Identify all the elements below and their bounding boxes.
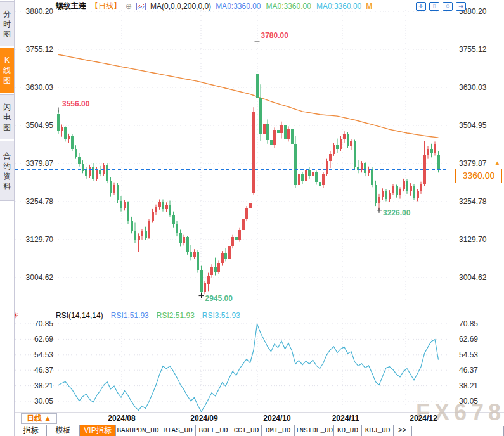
main-y-label-right: 3254.78 — [459, 197, 486, 206]
main-y-label-left: 3379.87 — [15, 159, 53, 168]
main-y-label-right: 3504.95 — [459, 121, 486, 130]
x-axis-label-2024/12: 2024/12 — [402, 414, 445, 423]
sidebar-tab-4[interactable]: 合约资料 — [0, 141, 14, 201]
rsi-y-label-left: 70.85 — [15, 319, 53, 328]
sidebar-tab-2[interactable]: K线图 — [0, 48, 14, 93]
symbol-name: 螺纹主连 — [56, 1, 86, 11]
pan-tool-icon[interactable]: ✛ — [416, 2, 426, 11]
main-y-label-left: 3254.78 — [15, 197, 53, 206]
main-y-label-right: 3755.12 — [459, 45, 486, 54]
ma-indicator-icon — [136, 3, 146, 10]
rsi-y-label-right: 38.21 — [459, 382, 478, 390]
rsi-y-label-right: 30.05 — [459, 397, 478, 406]
sidebar-tab-3[interactable]: 闪电图 — [0, 94, 14, 139]
main-y-label-right: 3129.70 — [459, 235, 486, 244]
price-annotation-2945.00: 2945.00 — [205, 294, 233, 303]
rsi-value-2: RSI2:51.93 — [157, 311, 195, 320]
x-axis-label-2024/11: 2024/11 — [324, 414, 367, 423]
rsi-chart[interactable] — [15, 311, 504, 412]
rsi-y-label-right: 62.69 — [459, 335, 478, 343]
rsi-value-3: RSI3:51.93 — [202, 311, 240, 320]
price-annotation-3226.00: 3226.00 — [383, 208, 410, 217]
sidebar-tab-1[interactable]: 分时图 — [0, 1, 14, 46]
indicator-tab-BARUPDN_UD[interactable]: BARUPDN_UD — [116, 425, 160, 436]
main-y-label-left: 3755.12 — [15, 45, 53, 54]
indicator-tab->>[interactable]: >> — [394, 425, 411, 436]
rsi-header: RSI(14,14,14) RSI1:51.93RSI2:51.93RSI3:5… — [56, 311, 240, 320]
rsi-y-label-left: 54.53 — [15, 350, 53, 359]
rsi-y-label-right: 70.85 — [459, 319, 478, 328]
indicator-tab-BOLL_UD[interactable]: BOLL_UD — [196, 425, 231, 436]
tab-strip-empty — [411, 426, 504, 436]
indicator-tab-KD_UD[interactable]: KD_UD — [334, 425, 362, 436]
rsi-y-label-left: 46.37 — [15, 366, 53, 375]
ma-value-2: MA0:3360.00 — [266, 2, 311, 11]
current-price-badge: 3360.00 — [455, 169, 502, 183]
main-y-label-left: 3004.62 — [15, 273, 53, 282]
rsi-value-1: RSI1:51.93 — [111, 311, 149, 320]
rsi-y-label-left: 38.21 — [15, 382, 53, 390]
rsi-title: RSI(14,14,14) — [56, 311, 103, 320]
chart-type-sidebar: 分时图K线图闪电图合约资料 — [0, 0, 15, 436]
price-annotation-3556.00: 3556.00 — [62, 99, 89, 108]
exit-chart-icon[interactable]: ⇥ — [456, 2, 466, 11]
ma-value-3: MA0:3360.00 — [316, 2, 361, 11]
x-axis-label-2024/10: 2024/10 — [255, 414, 299, 423]
main-y-label-left: 3880.20 — [15, 7, 53, 16]
main-y-label-left: 3129.70 — [15, 235, 53, 244]
indicator-tab-BIAS_UD[interactable]: BIAS_UD — [160, 425, 196, 436]
add-indicator-icon[interactable]: ⊕ — [126, 2, 132, 11]
indicator-tab-INSIDE_UD[interactable]: INSIDE_UD — [295, 425, 334, 436]
main-y-label-right: 3630.03 — [459, 83, 486, 92]
main-y-label-left: 3504.95 — [15, 121, 53, 130]
indicator-tab-CCI_UD[interactable]: CCI_UD — [231, 425, 262, 436]
indicator-tab-bar: 指标模板VIP指标BARUPDN_UDBIAS_UDBOLL_UDCCI_UDD… — [0, 425, 504, 436]
indicator-tab-指标[interactable]: 指标 — [15, 425, 47, 436]
candlestick-chart[interactable] — [15, 0, 504, 311]
m-label: M — [366, 2, 372, 11]
x-axis-label-2024/08: 2024/08 — [100, 414, 143, 423]
x-axis-label-2024/09: 2024/09 — [183, 414, 226, 423]
indicator-tab-DMI_UD[interactable]: DMI_UD — [262, 425, 295, 436]
axis-zoom-icon[interactable]: ⎍ — [429, 2, 439, 11]
ma-values: MA0:3360.00MA0:3360.00MA0:3360.00 — [216, 2, 361, 11]
rsi-y-label-right: 46.37 — [459, 366, 478, 375]
main-y-label-right: 3004.62 — [459, 273, 486, 282]
axis-pan-icon[interactable]: ⎏ — [443, 2, 453, 11]
main-y-label-right: 3379.87 — [459, 159, 486, 168]
chart-header: 螺纹主连 【日线】 ⊕ MA(0,0,0,200,0,0) MA0:3360.0… — [56, 1, 372, 11]
indicator-tab-模板[interactable]: 模板 — [47, 425, 80, 436]
chart-toolbar: ✛⎍⎏⇥ — [416, 2, 466, 11]
rsi-y-label-right: 54.53 — [459, 350, 478, 359]
price-annotation-3780.00: 3780.00 — [261, 31, 288, 40]
indicator-tab-VIP指标[interactable]: VIP指标 — [80, 425, 116, 436]
rsi-legend: RSI1:51.93RSI2:51.93RSI3:51.93 — [111, 311, 240, 320]
chart-application: 分时图K线图闪电图合约资料 螺纹主连 【日线】 ⊕ MA(0,0,0,200,0… — [0, 0, 504, 436]
rsi-y-label-left: 30.05 — [15, 397, 53, 406]
period-tag: 【日线】 — [91, 1, 121, 11]
rsi-y-label-left: 62.69 — [15, 335, 53, 343]
price-up-arrow-icon: ▲ — [494, 159, 501, 167]
ma-settings-label: MA(0,0,0,200,0,0) — [150, 2, 211, 11]
period-selector-button[interactable]: 日线 ▲ — [21, 413, 57, 424]
main-y-label-left: 3630.03 — [15, 83, 53, 92]
ma-value-1: MA0:3360.00 — [216, 2, 261, 11]
indicator-tab-KDJ_UD[interactable]: KDJ_UD — [362, 425, 394, 436]
